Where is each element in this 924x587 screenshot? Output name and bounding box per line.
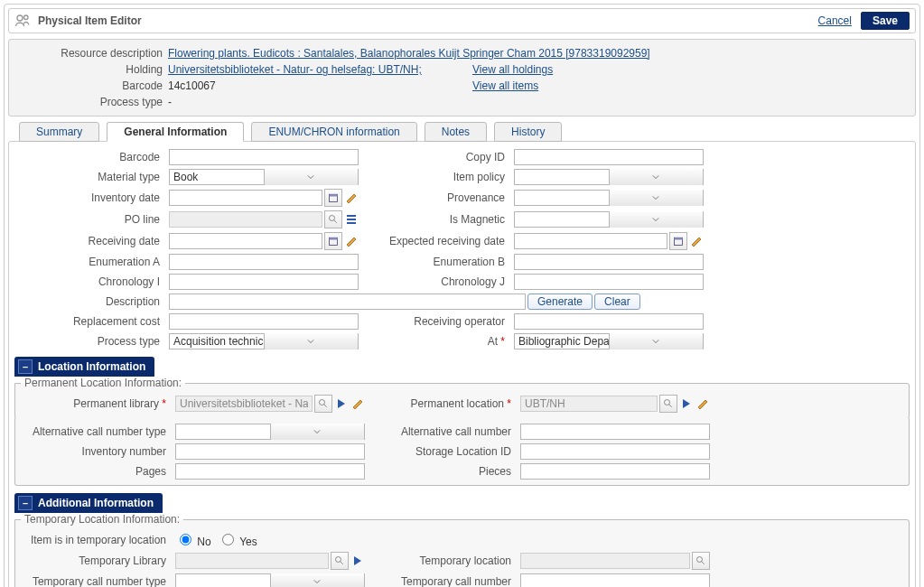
permanent-location-label: Permanent location * [370, 397, 515, 410]
tab-notes[interactable]: Notes [425, 122, 487, 142]
calendar-icon[interactable] [324, 232, 342, 250]
search-icon[interactable] [331, 552, 349, 570]
generate-button[interactable]: Generate [527, 294, 593, 310]
copy-id-input[interactable] [514, 149, 704, 165]
calendar-icon[interactable] [669, 232, 687, 250]
pieces-input[interactable] [520, 463, 710, 480]
clear-icon[interactable] [344, 234, 359, 248]
pieces-label: Pieces [370, 465, 515, 478]
temp-call-type-select[interactable] [175, 573, 365, 587]
holding-label: Holding [18, 63, 168, 76]
temporary-location-legend: Temporary Location Information: [21, 513, 183, 526]
entity-icon [14, 13, 31, 29]
chevron-down-icon [609, 169, 704, 185]
clear-button[interactable]: Clear [594, 294, 640, 310]
alt-call-number-input[interactable] [520, 424, 710, 440]
at-select[interactable]: Bibliographic Department [514, 333, 704, 349]
search-icon[interactable] [692, 552, 710, 570]
barcode-input[interactable] [169, 149, 359, 165]
view-all-holdings-link[interactable]: View all holdings [472, 63, 553, 76]
clear-icon[interactable] [689, 234, 704, 248]
description-input[interactable] [169, 294, 526, 310]
replacement-cost-input[interactable] [169, 313, 359, 330]
expected-receiving-date-input[interactable] [514, 233, 667, 249]
resource-description-link[interactable]: Flowering plants. Eudicots : Santalales,… [168, 47, 650, 60]
inventory-number-input[interactable] [175, 443, 365, 460]
location-section-header[interactable]: – Location Information [14, 357, 154, 377]
receiving-operator-input[interactable] [514, 313, 704, 330]
replacement-cost-label: Replacement cost [14, 315, 163, 328]
tab-general[interactable]: General Information [107, 122, 244, 142]
item-in-temp-label: Item is in temporary location [21, 534, 170, 546]
chronology-i-input[interactable] [169, 274, 359, 290]
temp-no-radio[interactable]: No [175, 531, 211, 548]
holding-link[interactable]: Universitetsbiblioteket - Natur- og hels… [168, 63, 422, 76]
enumeration-b-input[interactable] [514, 254, 704, 270]
tabs: Summary General Information ENUM/CHRON i… [19, 122, 916, 142]
permanent-library-label: Permanent library * [21, 397, 170, 410]
search-icon[interactable] [314, 395, 332, 413]
search-icon[interactable] [324, 210, 342, 228]
barcode-label: Barcode [18, 79, 168, 92]
receiving-date-input[interactable] [169, 233, 322, 249]
expected-receiving-date-label: Expected receiving date [364, 235, 509, 247]
temp-location-label: Temporary location [370, 554, 515, 567]
temp-location-input[interactable] [520, 553, 690, 569]
resource-description-label: Resource description [18, 47, 168, 60]
view-all-items-link[interactable]: View all items [472, 79, 538, 92]
inventory-date-input[interactable] [169, 190, 322, 206]
search-icon[interactable] [659, 395, 677, 413]
po-line-input[interactable] [169, 211, 322, 228]
chevron-down-icon [270, 424, 365, 440]
chevron-down-icon [609, 333, 704, 349]
chronology-i-label: Chronology I [14, 275, 163, 288]
save-button-top[interactable]: Save [861, 12, 910, 30]
clear-icon[interactable] [344, 191, 359, 205]
temp-yes-radio[interactable]: Yes [218, 531, 257, 548]
temp-call-number-input[interactable] [520, 573, 710, 587]
storage-location-id-input[interactable] [520, 443, 710, 460]
cancel-link-top[interactable]: Cancel [818, 14, 852, 27]
po-line-label: PO line [14, 213, 163, 226]
temp-call-number-label: Temporary call number [370, 575, 515, 587]
alt-call-type-label: Alternative call number type [21, 425, 170, 438]
pages-input[interactable] [175, 463, 365, 480]
chevron-down-icon [270, 573, 365, 587]
provenance-select[interactable] [514, 190, 704, 206]
chronology-j-label: Chronology J [364, 275, 509, 288]
chronology-j-input[interactable] [514, 274, 704, 290]
go-icon[interactable] [350, 554, 365, 568]
permanent-location-legend: Permanent Location Information: [21, 377, 185, 389]
barcode-field-label: Barcode [14, 151, 163, 163]
is-magnetic-select[interactable] [514, 211, 704, 228]
tab-enum[interactable]: ENUM/CHRON information [251, 122, 416, 142]
item-policy-select[interactable] [514, 169, 704, 185]
general-form: Barcode Copy ID Material type Book Item … [8, 141, 916, 587]
description-label: Description [14, 295, 163, 308]
material-type-select[interactable]: Book [169, 169, 359, 185]
alt-call-type-select[interactable] [175, 424, 365, 440]
chevron-down-icon [264, 169, 359, 185]
permanent-location-input[interactable] [520, 396, 658, 412]
additional-section-header[interactable]: – Additional Information [14, 493, 163, 513]
temp-library-input[interactable] [175, 553, 329, 569]
tab-history[interactable]: History [494, 122, 562, 142]
chevron-down-icon [609, 190, 704, 206]
chevron-down-icon [264, 333, 359, 349]
is-magnetic-label: Is Magnetic [364, 213, 509, 226]
clear-icon[interactable] [695, 396, 710, 411]
go-icon[interactable] [334, 396, 349, 411]
receiving-date-label: Receiving date [14, 235, 163, 247]
collapse-icon: – [18, 359, 33, 374]
calendar-icon[interactable] [324, 189, 342, 207]
process-type-select[interactable]: Acquisition technical services [169, 333, 359, 349]
copy-id-label: Copy ID [364, 151, 509, 163]
svg-rect-8 [675, 238, 683, 239]
list-icon[interactable] [344, 212, 359, 227]
permanent-library-input[interactable] [175, 396, 313, 412]
go-icon[interactable] [679, 396, 694, 411]
tab-summary[interactable]: Summary [19, 122, 99, 142]
clear-icon[interactable] [350, 396, 365, 411]
enumeration-a-input[interactable] [169, 254, 359, 270]
enumeration-a-label: Enumeration A [14, 256, 163, 268]
